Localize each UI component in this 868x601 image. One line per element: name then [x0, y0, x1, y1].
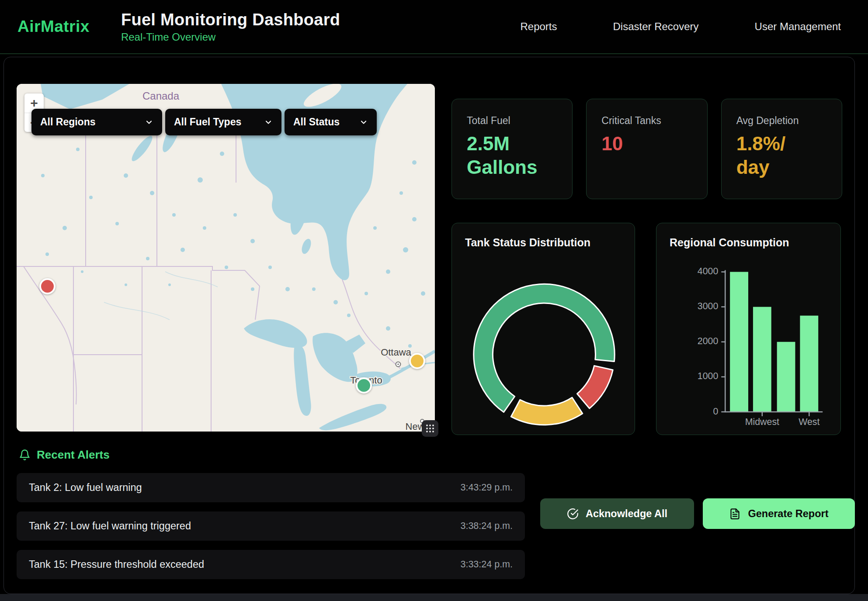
- y-tick-label: 1000: [698, 371, 719, 381]
- acknowledge-all-label: Acknowledge All: [586, 508, 667, 520]
- map-resize-handle[interactable]: [422, 420, 438, 437]
- acknowledge-all-button[interactable]: Acknowledge All: [540, 498, 694, 529]
- map-filters: All Regions All Fuel Types All Status: [31, 109, 377, 135]
- nav-disaster-recovery[interactable]: Disaster Recovery: [613, 21, 699, 33]
- donut-slice-critical: [577, 366, 613, 408]
- page-title: Fuel Monitoring Dashboard: [121, 10, 340, 29]
- tank-marker-warning[interactable]: [409, 353, 425, 369]
- stat-value-total-fuel: 2.5M Gallons: [467, 132, 548, 179]
- recent-alerts-header: Recent Alerts: [19, 448, 110, 462]
- stat-value-avg-depletion: 1.8%/​day: [736, 132, 817, 179]
- nav-user-management[interactable]: User Management: [755, 21, 841, 33]
- generate-report-button[interactable]: Generate Report: [703, 498, 855, 529]
- map-label-ottawa: Ottawa: [381, 347, 411, 358]
- alert-timestamp: 3:43:29 p.m.: [460, 482, 513, 493]
- alert-message: Tank 15: Pressure threshold exceeded: [29, 559, 204, 570]
- bar-Midwest: [753, 307, 771, 412]
- tank-status-donut-chart: [452, 223, 635, 435]
- fuel-type-filter-dropdown[interactable]: All Fuel Types: [165, 109, 281, 135]
- chevron-down-icon: [145, 118, 153, 127]
- recent-alerts-title: Recent Alerts: [37, 448, 110, 462]
- file-text-icon: [729, 508, 741, 520]
- region-filter-value: All Regions: [40, 116, 96, 128]
- stat-cards: Total Fuel 2.5M Gallons Critical Tanks 1…: [451, 99, 842, 199]
- header: AirMatrix Fuel Monitoring Dashboard Real…: [0, 0, 868, 54]
- page-subtitle: Real-Time Overview: [121, 31, 340, 43]
- stat-card-critical-tanks: Critical Tanks 10: [586, 99, 707, 199]
- map-label-canada: Canada: [142, 90, 180, 102]
- ottawa-city-dot-center: [397, 363, 399, 365]
- regional-consumption-card: Regional Consumption 01000200030004000Mi…: [656, 223, 841, 435]
- check-circle-icon: [567, 508, 579, 520]
- generate-report-label: Generate Report: [748, 508, 828, 520]
- status-filter-value: All Status: [293, 116, 340, 128]
- stat-card-avg-depletion: Avg Depletion 1.8%/​day: [721, 99, 842, 199]
- x-tick-label: West: [799, 417, 819, 427]
- alert-timestamp: 3:33:24 p.m.: [460, 559, 513, 570]
- status-filter-dropdown[interactable]: All Status: [285, 109, 377, 135]
- region-filter-dropdown[interactable]: All Regions: [31, 109, 162, 135]
- main-nav: Reports Disaster Recovery User Managemen…: [520, 21, 868, 33]
- chevron-down-icon: [264, 118, 273, 127]
- stat-label: Critical Tanks: [601, 115, 692, 127]
- bar-unlabeled-2: [777, 342, 795, 412]
- y-tick-label: 0: [713, 406, 718, 417]
- chart-cards: Tank Status Distribution Regional Consum…: [451, 223, 842, 435]
- alert-message: Tank 27: Low fuel warning triggered: [29, 520, 191, 532]
- tank-marker-normal[interactable]: [356, 377, 372, 394]
- tank-status-distribution-card: Tank Status Distribution: [451, 223, 635, 435]
- bar-unlabeled-0: [730, 272, 748, 411]
- y-tick-label: 4000: [698, 266, 719, 276]
- chevron-down-icon: [359, 118, 368, 127]
- alert-list-item[interactable]: Tank 15: Pressure threshold exceeded 3:3…: [17, 550, 525, 579]
- stat-label: Avg Depletion: [736, 115, 827, 127]
- y-tick-label: 3000: [698, 301, 719, 311]
- y-tick-label: 2000: [698, 336, 719, 346]
- tank-marker-critical[interactable]: [39, 278, 56, 294]
- tank-map[interactable]: Canada Ottawa Toronto New York + − All R…: [17, 84, 435, 432]
- alert-timestamp: 3:38:24 p.m.: [460, 521, 513, 532]
- fuel-type-filter-value: All Fuel Types: [174, 116, 241, 128]
- stat-card-total-fuel: Total Fuel 2.5M Gallons: [451, 99, 573, 199]
- stat-value-critical-tanks: 10: [601, 132, 682, 155]
- nav-reports[interactable]: Reports: [520, 21, 557, 33]
- regional-consumption-bar-chart: 01000200030004000MidwestWest: [656, 223, 840, 435]
- alert-list-item[interactable]: Tank 2: Low fuel warning 3:43:29 p.m.: [17, 473, 525, 502]
- stat-label: Total Fuel: [467, 115, 557, 127]
- window-bottom-strip: [0, 594, 868, 601]
- title-block: Fuel Monitoring Dashboard Real-Time Over…: [121, 10, 340, 43]
- x-tick-label: Midwest: [745, 417, 779, 427]
- alert-message: Tank 2: Low fuel warning: [29, 482, 142, 494]
- bar-West: [800, 316, 818, 412]
- donut-slice-warning: [511, 397, 583, 425]
- bar-chart-title: Regional Consumption: [670, 236, 789, 249]
- app-logo: AirMatrix: [17, 17, 90, 36]
- bell-icon: [19, 449, 31, 461]
- dashboard-page: AirMatrix Fuel Monitoring Dashboard Real…: [0, 0, 868, 601]
- map-canvas: Canada Ottawa Toronto New York: [17, 84, 435, 432]
- donut-chart-title: Tank Status Distribution: [465, 236, 590, 249]
- alert-list-item[interactable]: Tank 27: Low fuel warning triggered 3:38…: [17, 511, 525, 541]
